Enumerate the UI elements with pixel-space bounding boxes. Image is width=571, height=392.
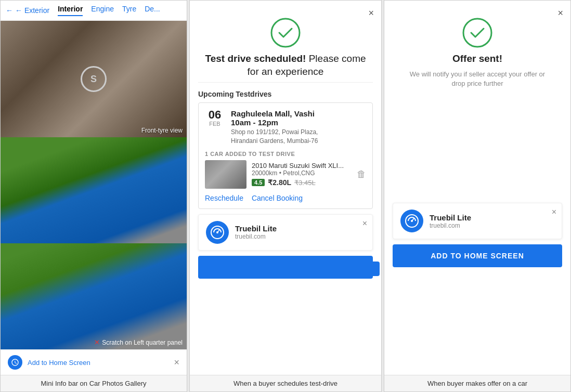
offer-truebil-speedometer-icon	[405, 214, 419, 228]
offer-banner-close[interactable]: ×	[552, 207, 556, 217]
offer-success-icon	[393, 17, 562, 48]
bottom-bar: Add to Home Screen ×	[1, 349, 187, 375]
price-current: ₹2.80L	[268, 178, 291, 187]
date-box: 06 FEB	[205, 109, 225, 127]
car-front-photo	[1, 137, 187, 243]
offer-truebil-info: Truebil Lite truebil.com	[430, 213, 554, 229]
offer-truebil-icon	[400, 210, 423, 232]
truebil-name: Truebil Lite	[235, 224, 365, 233]
offer-truebil-url: truebil.com	[430, 222, 554, 229]
home-screen-bar[interactable]: Add to Home Screen	[8, 355, 90, 370]
venue: Raghuleela Mall, Vashi	[231, 109, 318, 118]
panel2-content: Test drive scheduled! Please come for an…	[190, 1, 381, 375]
add-to-home-banner: Truebil Lite truebil.com ×	[198, 214, 373, 251]
svg-point-7	[411, 220, 413, 222]
divider1	[198, 82, 373, 83]
success-title-bold: Test drive scheduled!	[205, 53, 306, 64]
offer-add-to-home-banner: Truebil Lite truebil.com ×	[393, 203, 562, 239]
offer-add-to-home-button[interactable]: ADD TO HOME SCREEN	[393, 244, 562, 267]
panel-car-gallery: ← ← Exterior Interior Engine Tyre De... …	[0, 0, 187, 392]
checkmark-icon	[270, 17, 301, 48]
svg-point-0	[271, 19, 300, 47]
testdrive-card: 06 FEB Raghuleela Mall, Vashi 10am - 12p…	[198, 102, 373, 209]
testdrive-date-row: 06 FEB Raghuleela Mall, Vashi 10am - 12p…	[205, 109, 366, 146]
panel-testdrive: × Test drive scheduled! Please come for …	[189, 0, 382, 392]
testdrive-info: Raghuleela Mall, Vashi 10am - 12pm Shop …	[231, 109, 318, 146]
tab-interior[interactable]: Interior	[58, 5, 83, 16]
tab-more[interactable]: De...	[145, 5, 160, 16]
panel2-close[interactable]: ×	[368, 8, 374, 19]
reschedule-button[interactable]: Reschedule	[205, 194, 243, 202]
svg-point-4	[463, 19, 491, 47]
panel-offer: × Offer sent! We will notify you if sell…	[384, 0, 571, 392]
price-old: ₹3.45L	[294, 179, 316, 187]
car-price-row: 4.5 ₹2.80L ₹3.45L	[252, 178, 352, 187]
success-icon-container	[198, 17, 373, 48]
tab-tyre[interactable]: Tyre	[122, 5, 136, 16]
svg-point-3	[216, 231, 218, 233]
offer-truebil-name: Truebil Lite	[430, 213, 554, 222]
image-label-interior: Front-tyre view	[141, 127, 183, 134]
booking-actions: Reschedule Cancel Booking	[205, 194, 366, 202]
time: 10am - 12pm	[231, 118, 318, 127]
delete-car-icon[interactable]: 🗑	[357, 169, 366, 180]
cars-added-label: 1 CAR ADDED TO TEST DRIVE	[205, 151, 366, 157]
scratch-icon: ✕	[94, 338, 100, 346]
gallery-nav: ← ← Exterior Interior Engine Tyre De...	[1, 1, 187, 21]
interior-image: S Front-tyre view	[1, 21, 187, 137]
car-km: 20000km • Petrol,CNG	[252, 169, 352, 177]
add-to-home-text: Add to Home Screen	[28, 359, 90, 367]
suzuki-logo: S	[81, 66, 107, 92]
date-month: FEB	[205, 121, 225, 127]
success-title: Test drive scheduled! Please come for an…	[198, 53, 373, 78]
scratch-text: Scratch on Left quarter panel	[102, 339, 183, 346]
panel1-caption: Mini Info bar on Car Photos Gallery	[1, 375, 187, 391]
panel3-close[interactable]: ×	[557, 8, 563, 19]
panel2-caption: When a buyer schedules test-drive	[190, 375, 381, 391]
truebil-url: truebil.com	[235, 233, 365, 240]
car-thumbnail	[205, 160, 246, 189]
back-arrow-icon: ←	[6, 6, 13, 15]
truebil-icon	[206, 221, 229, 244]
car-item: 2010 Maruti Suzuki Swift XLI... 20000km …	[205, 160, 366, 189]
offer-title: Offer sent!	[393, 53, 562, 66]
cancel-booking-button[interactable]: Cancel Booking	[252, 194, 303, 202]
upcoming-section-title: Upcoming Testdrives	[198, 90, 373, 98]
bottom-bar-close[interactable]: ×	[174, 357, 179, 368]
truebil-info: Truebil Lite truebil.com	[235, 224, 365, 240]
banner-close[interactable]: ×	[362, 219, 367, 228]
home-screen-icon	[8, 355, 22, 370]
tab-engine[interactable]: Engine	[91, 5, 114, 16]
scratch-label: ✕ Scratch on Left quarter panel	[94, 338, 183, 346]
image-gallery: S Front-tyre view ✕ Scratch on Left quar…	[1, 21, 187, 349]
address: Shop no 191/192, Powai Plaza,Hirandani G…	[231, 128, 318, 146]
panel3-content: Offer sent! We will notify you if seller…	[384, 1, 570, 375]
car-name: 2010 Maruti Suzuki Swift XLI...	[252, 162, 352, 169]
car-side-image: ✕ Scratch on Left quarter panel	[1, 243, 187, 349]
car-front-image	[1, 137, 187, 243]
offer-title-text: Offer sent!	[452, 53, 502, 64]
truebil-speedometer-icon	[210, 225, 225, 240]
panel3-caption: When buyer makes offer on a car	[384, 375, 570, 391]
rating-badge: 4.5	[252, 179, 265, 186]
speedometer-icon	[11, 358, 19, 367]
add-home-button-hidden[interactable]	[206, 262, 380, 276]
car-side-photo	[1, 243, 187, 349]
back-button[interactable]: ← ← Exterior	[6, 6, 49, 15]
offer-checkmark-icon	[462, 17, 493, 48]
offer-spacer	[393, 94, 562, 198]
back-label: ← Exterior	[15, 6, 49, 15]
nav-tabs: Interior Engine Tyre De...	[58, 5, 160, 16]
date-day: 06	[205, 109, 225, 121]
offer-subtitle: We will notify you if seller accept your…	[393, 68, 562, 94]
car-item-info: 2010 Maruti Suzuki Swift XLI... 20000km …	[252, 162, 352, 187]
